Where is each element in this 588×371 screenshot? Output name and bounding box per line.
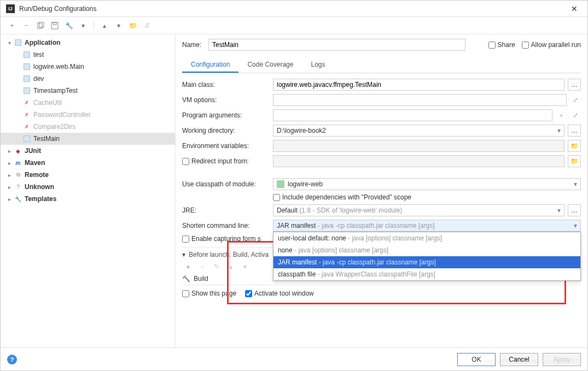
sidebar-item-testmain[interactable]: TestMain bbox=[1, 133, 175, 145]
tab-coverage[interactable]: Code Coverage bbox=[238, 57, 302, 73]
tabs: Configuration Code Coverage Logs bbox=[182, 57, 581, 73]
env-label: Environment variables: bbox=[182, 142, 270, 150]
shorten-label: Shorten command line: bbox=[182, 222, 270, 229]
wrench-icon[interactable]: 🔧 bbox=[63, 20, 75, 32]
browse-main-class-button[interactable]: … bbox=[568, 79, 581, 91]
share-checkbox[interactable]: Share bbox=[488, 41, 515, 49]
browse-jre-button[interactable]: … bbox=[568, 204, 581, 216]
sidebar-item-logwire-main[interactable]: logwire.web.Main bbox=[1, 61, 175, 73]
unknown-icon: ? bbox=[14, 182, 22, 191]
sidebar-item-compare2dirs[interactable]: ✗Compare2Dirs bbox=[1, 121, 175, 133]
copy-icon[interactable] bbox=[34, 20, 46, 32]
dialog-window: IJ Run/Debug Configurations ✕ ＋ － 🔧 ▾ ▴ … bbox=[0, 0, 588, 371]
redirect-label: Redirect input from: bbox=[182, 157, 270, 165]
application-icon bbox=[14, 38, 22, 47]
close-icon[interactable]: ✕ bbox=[567, 2, 582, 15]
browse-env-button[interactable]: 📁 bbox=[568, 140, 581, 152]
expand-icon[interactable]: ⤢ bbox=[570, 111, 581, 119]
chevron-down-icon: ▾ bbox=[574, 180, 577, 188]
sidebar-group-application[interactable]: ▾ Application bbox=[1, 37, 175, 49]
expander-icon[interactable]: ▾ bbox=[182, 251, 185, 258]
window-title: Run/Debug Configurations bbox=[19, 5, 96, 13]
titlebar: IJ Run/Debug Configurations ✕ bbox=[1, 1, 587, 17]
down-icon[interactable]: ▾ bbox=[113, 20, 125, 32]
expand-icon[interactable]: ⤢ bbox=[570, 96, 581, 104]
config-form: Main class: … VM options: ⤢ Program argu… bbox=[182, 79, 581, 243]
parallel-checkbox[interactable]: Allow parallel run bbox=[522, 41, 581, 49]
chevron-down-icon: ▾ bbox=[557, 207, 561, 214]
up-icon[interactable]: ▴ bbox=[98, 20, 110, 32]
enable-capture-checkbox[interactable]: Enable capturing form s bbox=[182, 235, 261, 243]
sidebar-item-test[interactable]: test bbox=[1, 49, 175, 61]
invalid-icon: ✗ bbox=[22, 110, 31, 119]
sidebar-group-maven[interactable]: ▸mMaven bbox=[1, 157, 175, 169]
expander-icon[interactable]: ▸ bbox=[5, 196, 14, 202]
svg-rect-3 bbox=[53, 22, 56, 25]
expander-icon[interactable]: ▸ bbox=[5, 172, 14, 178]
remove-icon[interactable]: － bbox=[196, 261, 208, 273]
sidebar-group-remote[interactable]: ▸⧉Remote bbox=[1, 169, 175, 181]
remove-icon[interactable]: － bbox=[20, 20, 32, 32]
templates-icon: 🔧 bbox=[14, 195, 22, 203]
expander-icon[interactable]: ▸ bbox=[5, 184, 14, 190]
tab-configuration[interactable]: Configuration bbox=[182, 57, 238, 73]
chevron-down-icon: ▾ bbox=[574, 222, 577, 229]
sidebar-group-junit[interactable]: ▸◆JUnit bbox=[1, 145, 175, 157]
dropdown-item-none[interactable]: none - java [options] classname [args] bbox=[273, 244, 580, 256]
add-icon[interactable]: ＋ bbox=[6, 20, 18, 32]
remote-icon: ⧉ bbox=[14, 170, 22, 179]
jre-label: JRE: bbox=[182, 207, 270, 214]
show-page-checkbox[interactable]: Show this page bbox=[182, 290, 236, 297]
chevron-down-icon[interactable]: ▾ bbox=[77, 20, 89, 32]
plus-icon[interactable]: ＋ bbox=[556, 111, 567, 120]
sidebar: ▾ Application test logwire.web.Main dev … bbox=[1, 34, 176, 348]
provided-checkbox[interactable]: Include dependencies with "Provided" sco… bbox=[273, 193, 411, 201]
application-icon bbox=[22, 86, 31, 95]
program-args-label: Program arguments: bbox=[182, 111, 270, 119]
redirect-checkbox[interactable]: Redirect input from: bbox=[182, 157, 270, 165]
vm-options-input[interactable] bbox=[273, 94, 567, 106]
tab-logs[interactable]: Logs bbox=[302, 57, 334, 73]
invalid-icon: ✗ bbox=[22, 122, 31, 131]
sidebar-item-dev[interactable]: dev bbox=[1, 73, 175, 85]
down-icon[interactable]: ▾ bbox=[239, 261, 251, 273]
save-icon[interactable] bbox=[49, 20, 61, 32]
jre-combo[interactable]: Default (1.8 - SDK of 'logwire-web' modu… bbox=[273, 204, 564, 216]
main-panel: Name: Share Allow parallel run Configura… bbox=[176, 34, 587, 348]
dropdown-item-jar-manifest[interactable]: JAR manifest - java -cp classpath.jar cl… bbox=[273, 256, 580, 268]
application-icon bbox=[22, 50, 31, 59]
application-icon bbox=[22, 62, 31, 71]
help-icon[interactable]: ? bbox=[7, 355, 17, 364]
expander-icon[interactable]: ▸ bbox=[5, 160, 14, 166]
expander-icon[interactable]: ▸ bbox=[5, 148, 14, 154]
sidebar-item-timestamp[interactable]: TimestampTest bbox=[1, 85, 175, 97]
collapse-icon[interactable]: ⇵ bbox=[141, 20, 153, 32]
folder-icon[interactable]: 📁 bbox=[127, 20, 139, 32]
sidebar-group-templates[interactable]: ▸🔧Templates bbox=[1, 193, 175, 205]
separator bbox=[94, 21, 94, 30]
edit-icon[interactable]: ✎ bbox=[211, 261, 223, 273]
main-class-input[interactable] bbox=[273, 79, 564, 91]
watermark: https://blog.csdn.net/lvhonglei1987 bbox=[486, 358, 578, 364]
vm-options-label: VM options: bbox=[182, 96, 270, 104]
browse-redirect-button: 📁 bbox=[568, 155, 581, 167]
add-icon[interactable]: ＋ bbox=[182, 261, 194, 273]
shorten-combo[interactable]: JAR manifest - java -cp classpath.jar cl… bbox=[273, 220, 581, 232]
hammer-icon: 🔨 bbox=[182, 275, 190, 282]
classpath-combo[interactable]: logwire-web ▾ bbox=[273, 178, 581, 190]
up-icon[interactable]: ▴ bbox=[225, 261, 237, 273]
browse-workdir-button[interactable]: … bbox=[568, 125, 581, 137]
dropdown-item-classpath-file[interactable]: classpath file - java WrapperClass class… bbox=[273, 268, 580, 280]
name-input[interactable] bbox=[208, 39, 465, 51]
workdir-combo[interactable]: D:\logwire-book2 ▾ bbox=[273, 125, 564, 137]
program-args-input[interactable] bbox=[273, 109, 552, 121]
sidebar-item-cacheutil[interactable]: ✗CacheUtil bbox=[1, 97, 175, 109]
dropdown-item-user-local[interactable]: user-local default: none - java [options… bbox=[273, 232, 580, 244]
workdir-label: Working directory: bbox=[182, 127, 270, 134]
sidebar-group-unknown[interactable]: ▸?Unknown bbox=[1, 181, 175, 193]
junit-icon: ◆ bbox=[14, 146, 22, 155]
activate-window-checkbox[interactable]: Activate tool window bbox=[245, 290, 314, 297]
expander-icon[interactable]: ▾ bbox=[5, 40, 14, 46]
sidebar-item-passwordcontroller[interactable]: ✗PasswordController bbox=[1, 109, 175, 121]
env-input[interactable] bbox=[273, 140, 564, 152]
